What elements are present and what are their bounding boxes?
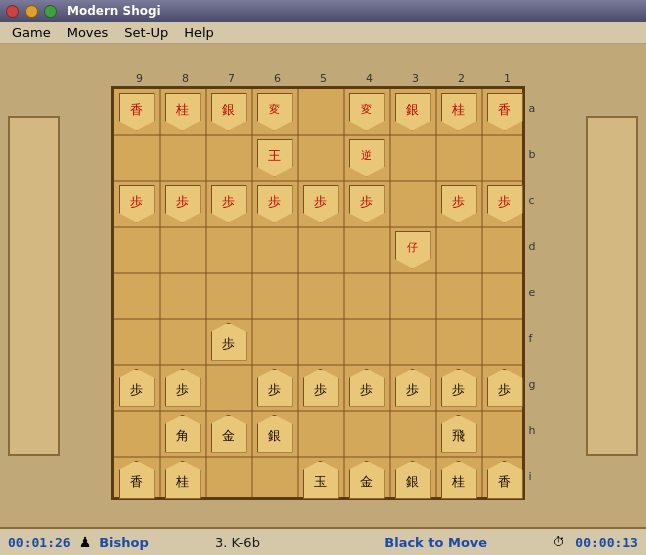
cell-78[interactable]: 桂 xyxy=(436,457,482,503)
maximize-button[interactable] xyxy=(44,5,57,18)
cell-32[interactable]: 歩 xyxy=(252,181,298,227)
piece-2-5: 歩 xyxy=(211,323,247,361)
cell-80[interactable]: 香 xyxy=(482,89,528,135)
board-container: 9 8 7 6 5 4 3 2 1 xyxy=(68,44,578,527)
piece-7-0: 桂 xyxy=(441,93,477,131)
menubar: Game Moves Set-Up Help xyxy=(0,22,646,44)
cell-08[interactable]: 香 xyxy=(114,457,160,503)
col-label-1: 1 xyxy=(485,72,531,85)
cell-62[interactable] xyxy=(390,181,436,227)
piece-3-7: 銀 xyxy=(257,415,293,453)
piece-3-1: 王 xyxy=(257,139,293,177)
right-captured-pieces xyxy=(586,116,638,456)
menu-moves[interactable]: Moves xyxy=(59,23,117,42)
cell-58[interactable]: 金 xyxy=(344,457,390,503)
cell-72[interactable]: 歩 xyxy=(436,181,482,227)
turn-text: Black to Move xyxy=(384,535,487,550)
cell-42[interactable]: 歩 xyxy=(298,181,344,227)
cell-37[interactable]: 銀 xyxy=(252,411,298,457)
cell-20[interactable]: 銀 xyxy=(206,89,252,135)
cell-16[interactable]: 歩 xyxy=(160,365,206,411)
piece-0-8: 香 xyxy=(119,461,155,499)
titlebar: Modern Shogi xyxy=(0,0,646,22)
col-label-6: 6 xyxy=(255,72,301,85)
cell-48[interactable]: 玉 xyxy=(298,457,344,503)
piece-3-0: 変 xyxy=(257,93,293,131)
cell-63[interactable]: 仔 xyxy=(390,227,436,273)
piece-8-2: 歩 xyxy=(487,185,523,223)
row-label-i: i xyxy=(527,454,536,500)
piece-7-2: 歩 xyxy=(441,185,477,223)
row-label-d: d xyxy=(527,224,536,270)
cell-46[interactable]: 歩 xyxy=(298,365,344,411)
cell-26[interactable] xyxy=(206,365,252,411)
cell-60[interactable]: 銀 xyxy=(390,89,436,135)
piece-8-8: 香 xyxy=(487,461,523,499)
piece-2-0: 銀 xyxy=(211,93,247,131)
cell-86[interactable]: 歩 xyxy=(482,365,528,411)
cell-30[interactable]: 変 xyxy=(252,89,298,135)
col-label-8: 8 xyxy=(163,72,209,85)
cell-70[interactable]: 桂 xyxy=(436,89,482,135)
statusbar: 00:01:26 ♟ Bishop 3. K-6b Black to Move … xyxy=(0,527,646,555)
left-captured-pieces xyxy=(8,116,60,456)
piece-5-0: 変 xyxy=(349,93,385,131)
cell-43[interactable] xyxy=(298,227,344,273)
shogi-board[interactable]: 香桂銀変変銀桂香王逆歩歩歩歩歩歩歩歩仔歩歩歩歩歩歩歩歩歩角金銀飛香桂玉金銀桂香 xyxy=(111,86,525,500)
cell-36[interactable]: 歩 xyxy=(252,365,298,411)
piece-3-6: 歩 xyxy=(257,369,293,407)
move-text: 3. K-6b xyxy=(215,535,260,550)
col-labels: 9 8 7 6 5 4 3 2 1 xyxy=(111,72,536,85)
cell-22[interactable]: 歩 xyxy=(206,181,252,227)
cell-02[interactable]: 歩 xyxy=(114,181,160,227)
piece-5-6: 歩 xyxy=(349,369,385,407)
piece-1-7: 角 xyxy=(165,415,201,453)
cell-10[interactable]: 桂 xyxy=(160,89,206,135)
cell-52[interactable]: 歩 xyxy=(344,181,390,227)
main-area: 9 8 7 6 5 4 3 2 1 xyxy=(0,44,646,527)
cell-35[interactable] xyxy=(252,319,298,365)
piece-5-1: 逆 xyxy=(349,139,385,177)
cell-82[interactable]: 歩 xyxy=(482,181,528,227)
cell-44[interactable] xyxy=(298,273,344,319)
time-right: 00:00:13 xyxy=(575,535,638,550)
cell-06[interactable]: 歩 xyxy=(114,365,160,411)
piece-2-2: 歩 xyxy=(211,185,247,223)
left-side-panel xyxy=(0,44,68,527)
cell-68[interactable]: 銀 xyxy=(390,457,436,503)
cell-71[interactable] xyxy=(436,135,482,181)
window-title: Modern Shogi xyxy=(67,4,161,18)
cell-88[interactable]: 香 xyxy=(482,457,528,503)
cell-17[interactable]: 角 xyxy=(160,411,206,457)
close-button[interactable] xyxy=(6,5,19,18)
piece-1-0: 桂 xyxy=(165,93,201,131)
menu-setup[interactable]: Set-Up xyxy=(116,23,176,42)
cell-00[interactable]: 香 xyxy=(114,89,160,135)
cell-56[interactable]: 歩 xyxy=(344,365,390,411)
cell-12[interactable]: 歩 xyxy=(160,181,206,227)
piece-name: Bishop xyxy=(99,535,149,550)
menu-game[interactable]: Game xyxy=(4,23,59,42)
cell-31[interactable]: 王 xyxy=(252,135,298,181)
cell-76[interactable]: 歩 xyxy=(436,365,482,411)
cell-66[interactable]: 歩 xyxy=(390,365,436,411)
row-label-c: c xyxy=(527,178,536,224)
piece-5-8: 金 xyxy=(349,461,385,499)
piece-4-8: 玉 xyxy=(303,461,339,499)
cell-25[interactable]: 歩 xyxy=(206,319,252,365)
cell-27[interactable]: 金 xyxy=(206,411,252,457)
cell-51[interactable]: 逆 xyxy=(344,135,390,181)
col-label-9: 9 xyxy=(117,72,163,85)
board-and-rows: 香桂銀変変銀桂香王逆歩歩歩歩歩歩歩歩仔歩歩歩歩歩歩歩歩歩角金銀飛香桂玉金銀桂香 … xyxy=(111,86,536,500)
cell-28[interactable] xyxy=(206,457,252,503)
cell-50[interactable]: 変 xyxy=(344,89,390,135)
cell-77[interactable]: 飛 xyxy=(436,411,482,457)
board-wrapper: 9 8 7 6 5 4 3 2 1 xyxy=(111,72,536,500)
minimize-button[interactable] xyxy=(25,5,38,18)
piece-6-8: 銀 xyxy=(395,461,431,499)
cell-18[interactable]: 桂 xyxy=(160,457,206,503)
time-left: 00:01:26 xyxy=(8,535,71,550)
menu-help[interactable]: Help xyxy=(176,23,222,42)
col-label-4: 4 xyxy=(347,72,393,85)
clock-icon: ⏱ xyxy=(553,535,565,549)
